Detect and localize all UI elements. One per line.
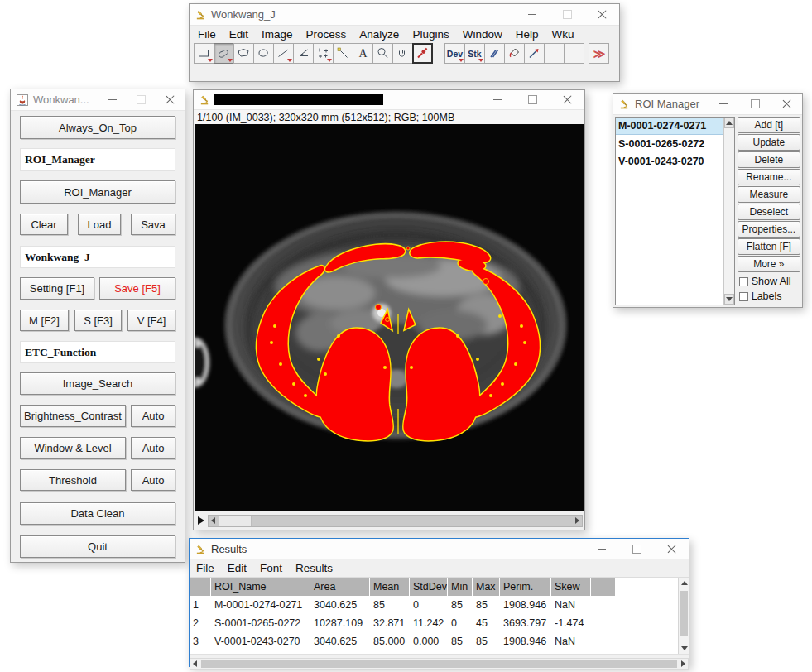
minimize-button[interactable]	[98, 89, 127, 110]
setting-f1-button[interactable]: Setting [F1]	[20, 277, 94, 300]
image-titlebar[interactable]	[194, 90, 584, 110]
table-row[interactable]: 2 S-0001-0265-0272 10287.109 32.871 11.2…	[190, 614, 689, 632]
roi-list-item[interactable]: S-0001-0265-0272	[616, 135, 734, 152]
menu-edit[interactable]: Edit	[223, 26, 255, 42]
main-titlebar[interactable]: Wonkwang_J	[190, 4, 619, 26]
play-icon[interactable]	[198, 516, 204, 525]
freehand-tool-button[interactable]	[253, 43, 274, 64]
scroll-up-icon[interactable]	[679, 578, 689, 588]
roi-list-item[interactable]: M-0001-0274-0271	[616, 118, 734, 135]
maximize-button[interactable]	[739, 94, 771, 114]
always-on-top-button[interactable]: Always_On_Top	[20, 116, 175, 139]
s-f3-button[interactable]: S [F3]	[74, 310, 122, 331]
brightness-contrast-button[interactable]: Brightness_Contrast	[20, 405, 126, 427]
image-search-button[interactable]: Image_Search	[20, 372, 175, 395]
dropper-tool-button[interactable]	[412, 43, 433, 64]
roi-list-scrollbar[interactable]	[723, 118, 734, 305]
v-f4-button[interactable]: V [F4]	[127, 310, 175, 331]
menu-analyze[interactable]: Analyze	[353, 26, 406, 42]
close-button[interactable]	[584, 4, 619, 25]
deselect-button[interactable]: Deselect	[738, 204, 800, 220]
roi-manager-button[interactable]: ROI_Manager	[20, 180, 175, 204]
scroll-down-icon[interactable]	[724, 294, 734, 305]
polygon-tool-button[interactable]	[233, 43, 254, 64]
roi-list-item[interactable]: V-0001-0243-0270	[616, 152, 734, 170]
minimize-button[interactable]	[480, 90, 515, 109]
text-tool-button[interactable]: A	[353, 43, 373, 64]
menu-process[interactable]: Process	[300, 26, 353, 42]
properties-button[interactable]: Properties...	[738, 221, 800, 238]
col-header-stddev[interactable]: StdDev	[410, 578, 448, 596]
flatten-button[interactable]: Flatten [F]	[738, 238, 800, 255]
window-level-auto-button[interactable]: Auto	[131, 437, 175, 459]
line-tool-button[interactable]	[273, 43, 294, 64]
image-canvas[interactable]	[195, 124, 584, 511]
window-level-button[interactable]: Window & Level	[20, 437, 126, 459]
maximize-button[interactable]	[127, 89, 155, 110]
col-header-area[interactable]: Area	[310, 578, 370, 596]
col-header-skew[interactable]: Skew	[551, 578, 591, 596]
col-header-min[interactable]: Min	[448, 578, 473, 596]
menu-window[interactable]: Window	[456, 26, 509, 42]
table-row[interactable]: 1 M-0001-0274-0271 3040.625 85 0 85 85 1…	[190, 596, 689, 614]
results-v-scrollbar[interactable]	[678, 578, 689, 654]
col-header-max[interactable]: Max	[473, 578, 500, 596]
col-header-index[interactable]	[190, 578, 211, 596]
menu-file[interactable]: File	[190, 560, 221, 576]
close-button[interactable]	[550, 90, 584, 109]
results-titlebar[interactable]: Results	[190, 539, 689, 559]
scroll-left-icon[interactable]	[190, 659, 199, 669]
show-all-checkbox-row[interactable]: Show All	[738, 275, 800, 288]
maximize-button[interactable]	[515, 90, 550, 109]
close-button[interactable]	[654, 539, 689, 559]
roi-manager-titlebar[interactable]: ROI Manager	[613, 94, 802, 115]
stk-tool-button[interactable]: Stk	[464, 43, 485, 64]
scroll-up-icon[interactable]	[724, 118, 734, 128]
save-f5-button[interactable]: Save [F5]	[99, 277, 175, 300]
rectangle-tool-button[interactable]	[194, 43, 214, 64]
threshold-button[interactable]: Threshold	[20, 469, 126, 491]
close-button[interactable]	[155, 89, 185, 110]
dev-tool-button[interactable]: Dev	[444, 43, 465, 64]
hand-tool-button[interactable]	[392, 43, 413, 64]
scroll-thumb[interactable]	[680, 591, 688, 636]
close-button[interactable]	[771, 94, 802, 114]
empty-tool-slot-1[interactable]	[544, 43, 565, 64]
show-all-checkbox[interactable]	[739, 277, 748, 286]
scroll-down-icon[interactable]	[679, 643, 689, 654]
scroll-left-icon[interactable]	[209, 516, 218, 526]
col-header-perim[interactable]: Perim.	[500, 578, 551, 596]
point-tool-button[interactable]	[313, 43, 334, 64]
minimize-button[interactable]	[584, 539, 619, 559]
scroll-thumb[interactable]	[219, 516, 252, 526]
roi-list[interactable]: M-0001-0274-0271 S-0001-0265-0272 V-0001…	[615, 117, 735, 305]
more-tools-button[interactable]: ≫	[589, 43, 609, 64]
menu-font[interactable]: Font	[253, 560, 289, 576]
more-button[interactable]: More »	[738, 256, 800, 272]
minimize-button[interactable]	[708, 94, 739, 114]
quit-button[interactable]: Quit	[20, 535, 175, 558]
menu-help[interactable]: Help	[509, 26, 545, 42]
maximize-button[interactable]	[619, 539, 654, 559]
menu-results[interactable]: Results	[289, 560, 339, 576]
add-button[interactable]: Add [t]	[738, 117, 800, 133]
threshold-auto-button[interactable]: Auto	[131, 469, 175, 491]
empty-tool-slot-2[interactable]	[564, 43, 584, 64]
menu-wku[interactable]: Wku	[545, 26, 580, 42]
brightness-auto-button[interactable]: Auto	[131, 405, 175, 427]
col-header-roi-name[interactable]: ROI_Name	[211, 578, 310, 596]
measure-button[interactable]: Measure	[738, 186, 800, 203]
m-f2-button[interactable]: M [F2]	[20, 310, 69, 331]
maximize-button[interactable]	[550, 4, 584, 25]
labels-checkbox[interactable]	[739, 292, 748, 301]
data-clean-button[interactable]: Data Clean	[20, 502, 175, 525]
results-h-scrollbar[interactable]	[190, 658, 689, 670]
load-button[interactable]: Load	[78, 214, 121, 235]
col-header-mean[interactable]: Mean	[370, 578, 410, 596]
sava-button[interactable]: Sava	[131, 214, 175, 235]
clear-button[interactable]: Clear	[20, 214, 68, 235]
update-button[interactable]: Update	[738, 134, 800, 151]
menu-image[interactable]: Image	[255, 26, 300, 42]
fill-tool-button[interactable]	[504, 43, 525, 64]
menu-plugins[interactable]: Plugins	[406, 26, 455, 42]
